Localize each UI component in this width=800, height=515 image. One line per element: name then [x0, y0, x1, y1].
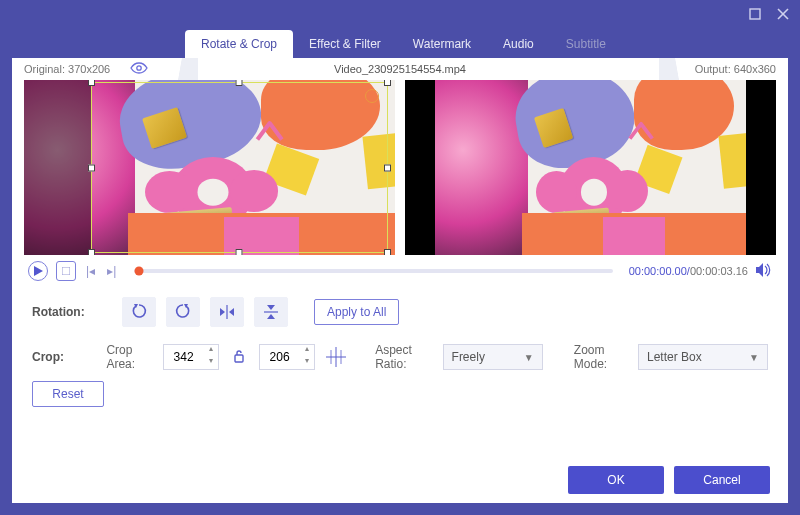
main-panel: Original: 370x206 Video_230925154554.mp4… [12, 58, 788, 503]
editor-window: Rotate & Crop Effect & Filter Watermark … [0, 0, 800, 515]
output-label: Output: 640x360 [695, 63, 776, 75]
apply-to-all-button[interactable]: Apply to All [314, 299, 399, 325]
svg-marker-14 [267, 314, 275, 319]
footer: OK Cancel [12, 457, 788, 503]
svg-rect-15 [235, 355, 243, 362]
svg-marker-11 [229, 308, 234, 316]
original-label: Original: 370x206 [24, 63, 110, 75]
seek-knob[interactable] [135, 267, 144, 276]
svg-marker-13 [267, 305, 275, 310]
rotate-left-button[interactable] [122, 297, 156, 327]
tab-subtitle: Subtitle [550, 30, 622, 58]
ok-button[interactable]: OK [568, 466, 664, 494]
crop-height-input[interactable] [260, 350, 300, 364]
playback-bar: |◂ ▸| 00:00:00.00/00:00:03.16 [12, 255, 788, 283]
preview-area [12, 80, 788, 255]
flip-vertical-button[interactable] [254, 297, 288, 327]
aspect-ratio-select[interactable]: Freely▼ [443, 344, 543, 370]
output-preview [405, 80, 776, 255]
prev-frame-button[interactable]: |◂ [84, 264, 97, 278]
tab-effect-filter[interactable]: Effect & Filter [293, 30, 397, 58]
crop-width-field[interactable]: ▴▾ [163, 344, 219, 370]
crop-handle[interactable] [384, 164, 391, 171]
svg-rect-5 [62, 267, 70, 275]
crop-handle[interactable] [88, 164, 95, 171]
crop-handle[interactable] [236, 80, 243, 86]
tab-rotate-crop[interactable]: Rotate & Crop [185, 30, 293, 58]
reset-button[interactable]: Reset [32, 381, 104, 407]
crop-height-field[interactable]: ▴▾ [259, 344, 315, 370]
rotate-right-button[interactable] [166, 297, 200, 327]
svg-marker-4 [34, 266, 43, 276]
next-frame-button[interactable]: ▸| [105, 264, 118, 278]
crop-handle[interactable] [384, 80, 391, 86]
volume-icon[interactable] [756, 263, 772, 280]
crop-frame[interactable] [91, 82, 388, 254]
aspect-ratio-label: Aspect Ratio: [375, 343, 432, 371]
zoom-mode-select[interactable]: Letter Box▼ [638, 344, 768, 370]
svg-point-3 [137, 66, 141, 70]
close-icon[interactable] [776, 7, 790, 21]
tabbar: Rotate & Crop Effect & Filter Watermark … [0, 28, 800, 58]
title-bar [0, 0, 800, 28]
crop-handle[interactable] [88, 80, 95, 86]
rotate-handle-icon[interactable] [365, 89, 379, 103]
stop-button[interactable] [56, 261, 76, 281]
tab-audio[interactable]: Audio [487, 30, 550, 58]
seek-track[interactable] [134, 269, 612, 273]
spin-down[interactable]: ▾ [204, 357, 218, 369]
crop-area-label: Crop Area: [106, 343, 152, 371]
crop-label: Crop: [32, 350, 96, 364]
svg-marker-10 [220, 308, 225, 316]
svg-rect-0 [750, 9, 760, 19]
spin-down[interactable]: ▾ [300, 357, 314, 369]
crop-handle[interactable] [236, 249, 243, 255]
zoom-mode-label: Zoom Mode: [574, 343, 628, 371]
time-display: 00:00:00.00/00:00:03.16 [629, 265, 748, 277]
cancel-button[interactable]: Cancel [674, 466, 770, 494]
crop-handle[interactable] [384, 249, 391, 255]
controls-area: Rotation: Apply to All Crop: Crop Area: … [12, 283, 788, 433]
preview-eye-icon[interactable] [130, 61, 148, 77]
maximize-icon[interactable] [748, 7, 762, 21]
lock-aspect-icon[interactable] [229, 349, 249, 366]
crop-handle[interactable] [88, 249, 95, 255]
svg-marker-6 [756, 263, 763, 277]
original-preview[interactable] [24, 80, 395, 255]
crop-width-input[interactable] [164, 350, 204, 364]
center-crop-button[interactable] [325, 344, 348, 370]
rotation-label: Rotation: [32, 305, 112, 319]
info-bar: Original: 370x206 Video_230925154554.mp4… [12, 58, 788, 80]
tab-watermark[interactable]: Watermark [397, 30, 487, 58]
flip-horizontal-button[interactable] [210, 297, 244, 327]
play-button[interactable] [28, 261, 48, 281]
